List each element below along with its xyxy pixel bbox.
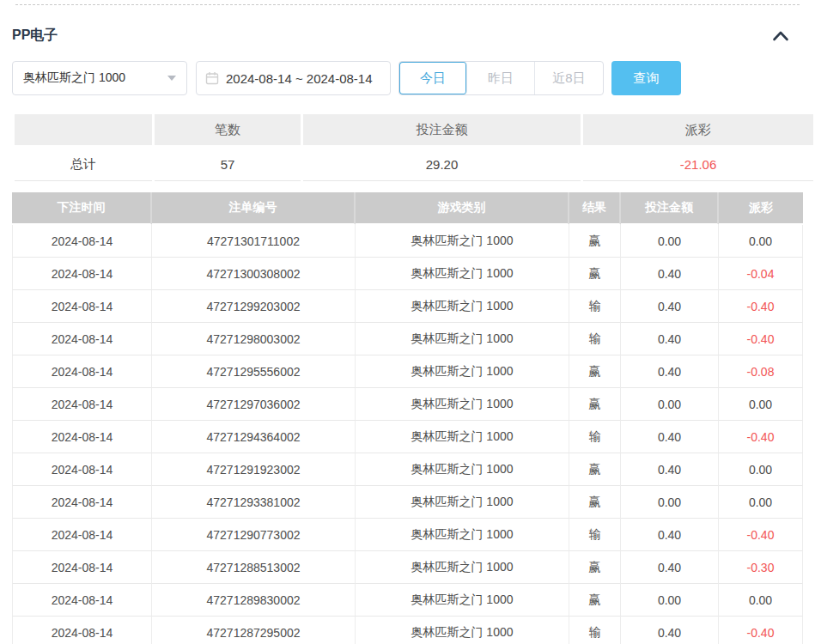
- payout-cell: -0.40: [719, 519, 803, 551]
- game-category-cell: 奥林匹斯之门 1000: [356, 388, 569, 421]
- bet-time-cell: 2024-08-14: [12, 551, 152, 584]
- result-cell: 赢: [569, 584, 621, 617]
- bet-header-cell: 游戏类别: [356, 192, 569, 225]
- bet-time-cell: 2024-08-14: [12, 486, 152, 519]
- payout-cell: -0.40: [719, 617, 803, 644]
- date-range-value: 2024-08-14 ~ 2024-08-14: [226, 71, 373, 86]
- payout-cell: -0.40: [719, 421, 803, 453]
- game-category-cell: 奥林匹斯之门 1000: [356, 551, 569, 584]
- table-row: 2024-08-1447271291923002奥林匹斯之门 1000赢0.40…: [12, 453, 803, 486]
- table-row: 2024-08-1447271289830002奥林匹斯之门 1000赢0.00…: [12, 584, 803, 617]
- payout-cell: 0.00: [719, 486, 803, 519]
- bet-amount-cell: 0.40: [621, 519, 719, 551]
- result-cell: 输: [569, 290, 621, 323]
- bet-time-cell: 2024-08-14: [12, 617, 152, 644]
- calendar-icon: [205, 71, 219, 85]
- bet-time-cell: 2024-08-14: [12, 290, 152, 323]
- chevron-down-icon: [167, 76, 176, 81]
- yesterday-button[interactable]: 昨日: [467, 62, 535, 94]
- table-row: 2024-08-1447271290773002奥林匹斯之门 1000输0.40…: [12, 519, 803, 551]
- payout-cell: 0.00: [719, 584, 803, 617]
- collapse-chevron-up-icon[interactable]: [772, 30, 789, 41]
- game-category-cell: 奥林匹斯之门 1000: [356, 421, 569, 453]
- bet-time-cell: 2024-08-14: [12, 258, 152, 290]
- payout-cell: -0.30: [719, 551, 803, 584]
- result-cell: 赢: [569, 551, 621, 584]
- summary-total-payout: -21.06: [583, 148, 813, 181]
- summary-header-cell: [15, 114, 152, 148]
- bet-table-header-row: 下注时间注单编号游戏类别结果投注金额派彩: [12, 192, 803, 225]
- table-row: 2024-08-1447271288513002奥林匹斯之门 1000赢0.40…: [12, 551, 803, 584]
- order-number-cell: 47271295556002: [152, 355, 356, 388]
- summary-header-row: 笔数投注金额派彩: [15, 114, 813, 148]
- payout-cell: 0.00: [719, 225, 803, 258]
- summary-header-cell: 笔数: [155, 114, 301, 148]
- bet-header-cell: 投注金额: [621, 192, 719, 225]
- game-select[interactable]: 奥林匹斯之门 1000: [12, 61, 187, 95]
- table-row: 2024-08-1447271301711002奥林匹斯之门 1000赢0.00…: [12, 225, 803, 258]
- table-row: 2024-08-1447271298003002奥林匹斯之门 1000输0.40…: [12, 323, 803, 355]
- payout-cell: 0.00: [719, 388, 803, 421]
- order-number-cell: 47271299203002: [152, 290, 356, 323]
- result-cell: 赢: [569, 388, 621, 421]
- table-row: 2024-08-1447271297036002奥林匹斯之门 1000赢0.00…: [12, 388, 803, 421]
- bet-time-cell: 2024-08-14: [12, 388, 152, 421]
- game-category-cell: 奥林匹斯之门 1000: [356, 355, 569, 388]
- quick-range-group: 今日 昨日 近8日: [398, 61, 604, 95]
- payout-cell: -0.08: [719, 355, 803, 388]
- bet-time-cell: 2024-08-14: [12, 225, 152, 258]
- date-range-picker[interactable]: 2024-08-14 ~ 2024-08-14: [196, 61, 391, 95]
- order-number-cell: 47271294364002: [152, 421, 356, 453]
- today-button[interactable]: 今日: [399, 62, 467, 94]
- game-category-cell: 奥林匹斯之门 1000: [356, 617, 569, 644]
- payout-cell: 0.00: [719, 453, 803, 486]
- game-category-cell: 奥林匹斯之门 1000: [356, 486, 569, 519]
- result-cell: 赢: [569, 453, 621, 486]
- filter-bar: 奥林匹斯之门 1000 2024-08-14 ~ 2024-08-14 今日 昨…: [12, 61, 803, 95]
- bet-amount-cell: 0.40: [621, 551, 719, 584]
- game-category-cell: 奥林匹斯之门 1000: [356, 290, 569, 323]
- bet-header-cell: 结果: [569, 192, 621, 225]
- bet-amount-cell: 0.00: [621, 388, 719, 421]
- table-row: 2024-08-1447271295556002奥林匹斯之门 1000赢0.40…: [12, 355, 803, 388]
- payout-cell: -0.40: [719, 290, 803, 323]
- game-category-cell: 奥林匹斯之门 1000: [356, 258, 569, 290]
- last-8-days-button[interactable]: 近8日: [535, 62, 603, 94]
- result-cell: 赢: [569, 486, 621, 519]
- result-cell: 赢: [569, 225, 621, 258]
- bet-header-cell: 派彩: [719, 192, 803, 225]
- bet-table-body: 2024-08-1447271301711002奥林匹斯之门 1000赢0.00…: [12, 225, 803, 644]
- result-cell: 赢: [569, 355, 621, 388]
- bet-amount-cell: 0.40: [621, 258, 719, 290]
- order-number-cell: 47271290773002: [152, 519, 356, 551]
- game-category-cell: 奥林匹斯之门 1000: [356, 323, 569, 355]
- table-row: 2024-08-1447271293381002奥林匹斯之门 1000赢0.00…: [12, 486, 803, 519]
- payout-cell: -0.40: [719, 323, 803, 355]
- result-cell: 输: [569, 519, 621, 551]
- summary-header-cell: 派彩: [583, 114, 813, 148]
- bet-amount-cell: 0.40: [621, 290, 719, 323]
- summary-total-row: 总计5729.20-21.06: [15, 148, 813, 181]
- order-number-cell: 47271288513002: [152, 551, 356, 584]
- query-button[interactable]: 查询: [611, 61, 681, 95]
- table-row: 2024-08-1447271300308002奥林匹斯之门 1000赢0.40…: [12, 258, 803, 290]
- order-number-cell: 47271291923002: [152, 453, 356, 486]
- section-title: PP电子: [12, 27, 58, 45]
- summary-header-cell: 投注金额: [303, 114, 581, 148]
- order-number-cell: 47271301711002: [152, 225, 356, 258]
- top-dashed-divider: [15, 4, 800, 5]
- summary-table: 笔数投注金额派彩 总计5729.20-21.06: [12, 114, 815, 181]
- summary-total-count: 57: [155, 148, 301, 181]
- bet-records-table: 下注时间注单编号游戏类别结果投注金额派彩 2024-08-14472713017…: [12, 192, 803, 644]
- result-cell: 输: [569, 617, 621, 644]
- order-number-cell: 47271300308002: [152, 258, 356, 290]
- summary-total-label: 总计: [15, 148, 152, 181]
- game-category-cell: 奥林匹斯之门 1000: [356, 519, 569, 551]
- order-number-cell: 47271297036002: [152, 388, 356, 421]
- table-row: 2024-08-1447271299203002奥林匹斯之门 1000输0.40…: [12, 290, 803, 323]
- bet-time-cell: 2024-08-14: [12, 453, 152, 486]
- result-cell: 赢: [569, 258, 621, 290]
- bet-time-cell: 2024-08-14: [12, 584, 152, 617]
- bet-amount-cell: 0.00: [621, 225, 719, 258]
- payout-cell: -0.04: [719, 258, 803, 290]
